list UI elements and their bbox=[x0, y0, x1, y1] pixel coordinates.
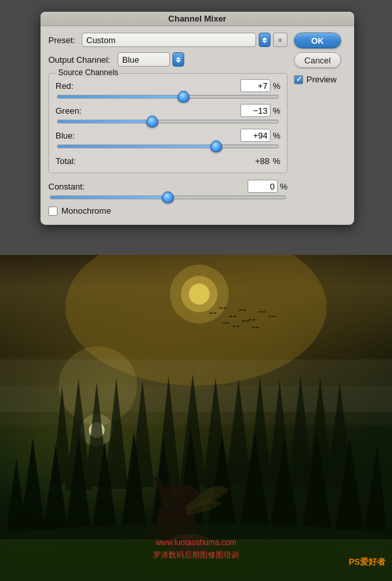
blue-channel-label: Blue: bbox=[56, 131, 87, 141]
green-channel-input[interactable] bbox=[240, 104, 270, 117]
dialog-titlebar: Channel Mixer bbox=[41, 12, 354, 26]
constant-value-wrapper: % bbox=[248, 180, 287, 193]
output-arrow-up-icon bbox=[176, 57, 181, 59]
total-row: Total: +88 % bbox=[56, 154, 280, 166]
green-slider-track[interactable] bbox=[57, 120, 279, 124]
green-slider-fill bbox=[57, 120, 152, 123]
blue-slider-thumb[interactable] bbox=[210, 141, 222, 152]
preview-check-icon: ✓ bbox=[296, 76, 302, 83]
output-channel-row: Output Channel: Blue bbox=[48, 52, 287, 67]
preset-label: Preset: bbox=[48, 35, 78, 45]
dialog-title: Channel Mixer bbox=[169, 14, 227, 24]
total-label: Total: bbox=[56, 156, 87, 166]
red-slider-track[interactable] bbox=[57, 95, 279, 99]
constant-slider-fill bbox=[50, 196, 168, 199]
background-image: www.luotaoshuma.com 罗涛数码后期图修图培训 PS爱好者 bbox=[0, 255, 392, 581]
green-slider-thumb[interactable] bbox=[146, 116, 158, 127]
source-channels-legend: Source Channels bbox=[56, 68, 121, 77]
red-value-wrapper: % bbox=[240, 79, 280, 92]
red-percent: % bbox=[272, 81, 280, 91]
ps-badge: PS爱好者 bbox=[349, 556, 385, 568]
output-channel-arrows[interactable] bbox=[172, 52, 184, 67]
monochrome-row: Monochrome bbox=[48, 206, 287, 216]
output-arrow-down-icon bbox=[176, 60, 181, 63]
monochrome-label: Monochrome bbox=[61, 206, 111, 216]
cancel-button[interactable]: Cancel bbox=[294, 52, 341, 68]
dialog-body: Preset: Custom ≡ Output Channel: bbox=[41, 26, 354, 225]
red-channel-top: Red: % bbox=[56, 79, 280, 92]
watermark-line2: 罗涛数码后期图修图培训 bbox=[153, 549, 239, 561]
red-channel-label: Red: bbox=[56, 81, 87, 91]
constant-slider-thumb[interactable] bbox=[162, 191, 174, 203]
preset-select-wrapper: Custom ≡ bbox=[82, 33, 287, 47]
constant-percent: % bbox=[280, 182, 287, 191]
blue-slider-track[interactable] bbox=[57, 144, 279, 148]
red-slider-thumb[interactable] bbox=[178, 91, 189, 103]
list-icon[interactable]: ≡ bbox=[273, 33, 287, 47]
constant-top: Constant: % bbox=[48, 180, 287, 193]
svg-point-4 bbox=[189, 284, 210, 305]
dialog-left: Preset: Custom ≡ Output Channel: bbox=[48, 33, 287, 216]
green-percent: % bbox=[272, 106, 280, 116]
blue-percent: % bbox=[272, 131, 280, 141]
source-channels-group: Source Channels Red: % bbox=[48, 73, 287, 173]
blue-channel-row: Blue: % bbox=[56, 129, 280, 148]
output-select-wrapper: Blue bbox=[118, 52, 184, 67]
output-channel-select[interactable]: Blue bbox=[118, 52, 170, 67]
ok-button[interactable]: OK bbox=[294, 33, 341, 48]
monochrome-checkbox[interactable] bbox=[48, 207, 57, 216]
constant-section: Constant: % bbox=[48, 180, 287, 199]
green-channel-label: Green: bbox=[56, 106, 87, 116]
constant-label: Constant: bbox=[48, 182, 94, 191]
watermark: www.luotaoshuma.com 罗涛数码后期图修图培训 bbox=[153, 537, 239, 561]
constant-input[interactable] bbox=[248, 180, 278, 193]
green-value-wrapper: % bbox=[240, 104, 280, 117]
blue-slider-fill bbox=[57, 145, 216, 148]
blue-channel-top: Blue: % bbox=[56, 129, 280, 142]
dialog-right: OK Cancel ✓ Preview bbox=[294, 33, 346, 216]
total-percent: % bbox=[272, 156, 280, 166]
red-channel-row: Red: % bbox=[56, 79, 280, 99]
preview-label: Preview bbox=[306, 75, 336, 84]
list-icon-symbol: ≡ bbox=[278, 37, 282, 44]
preview-row: ✓ Preview bbox=[294, 75, 346, 84]
red-channel-input[interactable] bbox=[240, 79, 270, 92]
constant-slider-track[interactable] bbox=[50, 195, 286, 199]
green-channel-row: Green: % bbox=[56, 104, 280, 124]
blue-value-wrapper: % bbox=[240, 129, 280, 142]
forest-svg bbox=[0, 255, 392, 581]
arrow-down-icon bbox=[262, 41, 267, 43]
arrow-up-icon bbox=[262, 37, 267, 40]
preset-select[interactable]: Custom bbox=[82, 33, 256, 47]
output-channel-label: Output Channel: bbox=[48, 55, 114, 65]
blue-channel-input[interactable] bbox=[240, 129, 270, 142]
watermark-line1: www.luotaoshuma.com bbox=[153, 537, 239, 549]
green-channel-top: Green: % bbox=[56, 104, 280, 117]
preset-select-arrows[interactable] bbox=[259, 33, 270, 47]
preview-checkbox[interactable]: ✓ bbox=[294, 75, 303, 84]
red-slider-fill bbox=[57, 95, 184, 98]
channel-mixer-dialog: Channel Mixer Preset: Custom ≡ bbox=[41, 12, 354, 225]
total-value: +88 bbox=[255, 156, 270, 166]
preset-row: Preset: Custom ≡ bbox=[48, 33, 287, 47]
